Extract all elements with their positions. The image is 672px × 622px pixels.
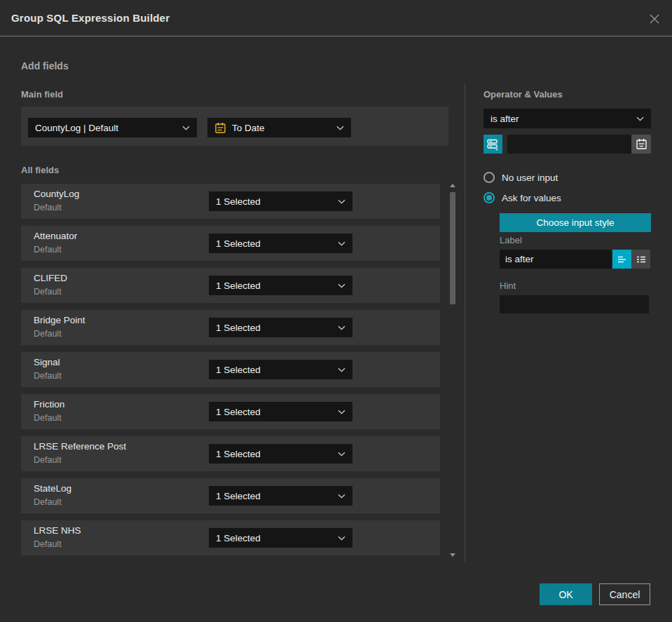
- field-name: StateLog: [34, 483, 71, 494]
- list-scrollbar[interactable]: [448, 181, 458, 560]
- field-row: CLIFED Default 1 Selected: [21, 268, 440, 303]
- field-selected-value: 1 Selected: [216, 491, 261, 501]
- field-selected-value: 1 Selected: [216, 533, 261, 543]
- field-subtitle: Default: [34, 371, 62, 381]
- scroll-down-arrow-icon[interactable]: [450, 553, 455, 557]
- field-name: Signal: [34, 357, 60, 367]
- chevron-down-icon: [338, 452, 345, 457]
- chevron-down-icon: [182, 126, 190, 130]
- chevron-down-icon: [336, 126, 344, 130]
- date-field-select-value: To Date: [232, 123, 265, 133]
- field-selected-dropdown[interactable]: 1 Selected: [209, 318, 352, 337]
- chevron-down-icon: [338, 283, 345, 288]
- chevron-down-icon: [338, 494, 345, 499]
- close-icon[interactable]: [647, 11, 662, 27]
- all-fields-label: All fields: [21, 165, 59, 175]
- operator-select-value: is after: [491, 114, 519, 124]
- column-divider: [465, 84, 465, 562]
- field-subtitle: Default: [34, 203, 62, 212]
- main-field-select-value: CountyLog | Default: [35, 123, 118, 133]
- field-row: Signal Default 1 Selected: [21, 352, 440, 387]
- field-row: Friction Default 1 Selected: [21, 394, 440, 429]
- field-subtitle: Default: [34, 455, 62, 465]
- field-name: LRSE Reference Post: [34, 441, 126, 452]
- field-selected-dropdown[interactable]: 1 Selected: [209, 444, 352, 464]
- value-input[interactable]: [507, 135, 631, 154]
- field-selected-dropdown[interactable]: 1 Selected: [209, 276, 352, 295]
- add-fields-heading: Add fields: [21, 60, 69, 72]
- list-input-style-icon[interactable]: [631, 250, 650, 269]
- dialog-header: Group SQL Expression Builder: [0, 0, 672, 36]
- choose-input-style-button[interactable]: Choose input style: [500, 213, 651, 232]
- ask-for-values-label: Ask for values: [502, 193, 561, 203]
- field-selected-dropdown[interactable]: 1 Selected: [209, 402, 352, 421]
- hint-input[interactable]: [500, 295, 649, 313]
- field-row: StateLog Default 1 Selected: [21, 478, 440, 513]
- field-row: LRSE NHS Default 1 Selected: [21, 520, 440, 555]
- field-selected-dropdown[interactable]: 1 Selected: [209, 360, 352, 379]
- field-name: CountyLog: [34, 189, 79, 199]
- field-name: CLIFED: [34, 273, 67, 283]
- operator-select[interactable]: is after: [484, 109, 651, 128]
- radio-checked-icon: [484, 192, 495, 203]
- field-selected-value: 1 Selected: [216, 280, 261, 291]
- label-input[interactable]: [500, 250, 612, 269]
- date-field-select[interactable]: To Date: [207, 118, 351, 137]
- chevron-down-icon: [338, 410, 345, 414]
- group-sql-expression-builder-dialog: Group SQL Expression Builder Add fields …: [0, 0, 672, 622]
- field-selected-value: 1 Selected: [216, 365, 261, 375]
- chevron-down-icon: [338, 325, 345, 330]
- scroll-up-arrow-icon[interactable]: [450, 184, 455, 187]
- chevron-down-icon: [636, 116, 644, 121]
- no-user-input-radio[interactable]: No user input: [484, 172, 558, 183]
- dialog-title: Group SQL Expression Builder: [11, 12, 170, 24]
- calendar-picker-icon[interactable]: [631, 135, 651, 154]
- radio-icon: [484, 172, 495, 183]
- label-caption: Label: [500, 235, 522, 245]
- no-user-input-label: No user input: [502, 173, 558, 183]
- field-subtitle: Default: [34, 497, 62, 507]
- chevron-down-icon: [338, 199, 345, 204]
- single-input-style-icon[interactable]: [612, 250, 631, 269]
- field-subtitle: Default: [34, 329, 62, 339]
- field-row: LRSE Reference Post Default 1 Selected: [21, 436, 440, 471]
- field-name: Attenuator: [34, 231, 77, 241]
- field-selected-value: 1 Selected: [216, 407, 261, 417]
- field-name: Friction: [34, 399, 64, 410]
- main-field-select[interactable]: CountyLog | Default: [28, 118, 197, 137]
- field-row: CountyLog Default 1 Selected: [21, 184, 440, 219]
- field-row: Bridge Point Default 1 Selected: [21, 310, 440, 345]
- field-subtitle: Default: [34, 539, 62, 549]
- field-subtitle: Default: [34, 413, 62, 423]
- calendar-icon: [214, 122, 226, 134]
- operator-values-heading: Operator & Values: [484, 89, 563, 100]
- chevron-down-icon: [338, 536, 345, 541]
- field-selected-dropdown[interactable]: 1 Selected: [209, 234, 352, 253]
- field-selected-value: 1 Selected: [216, 196, 261, 207]
- field-row: Attenuator Default 1 Selected: [21, 226, 440, 261]
- field-selected-value: 1 Selected: [216, 238, 261, 249]
- field-subtitle: Default: [34, 245, 62, 255]
- main-field-label: Main field: [21, 89, 63, 100]
- field-selected-dropdown[interactable]: 1 Selected: [209, 191, 352, 211]
- ok-button[interactable]: OK: [540, 583, 592, 605]
- scrollbar-thumb[interactable]: [450, 192, 455, 304]
- field-selected-value: 1 Selected: [216, 449, 261, 459]
- field-selected-dropdown[interactable]: 1 Selected: [209, 528, 352, 548]
- field-name: LRSE NHS: [34, 525, 81, 536]
- chevron-down-icon: [338, 367, 345, 372]
- field-selected-dropdown[interactable]: 1 Selected: [209, 486, 352, 506]
- chevron-down-icon: [338, 241, 345, 246]
- field-name: Bridge Point: [34, 315, 85, 325]
- field-subtitle: Default: [34, 287, 62, 297]
- field-selected-value: 1 Selected: [216, 323, 261, 333]
- cancel-button[interactable]: Cancel: [599, 583, 650, 605]
- all-fields-list: CountyLog Default 1 Selected Attenuator …: [21, 184, 440, 555]
- hint-caption: Hint: [500, 280, 516, 291]
- ask-for-values-radio[interactable]: Ask for values: [484, 192, 561, 203]
- unique-values-icon[interactable]: [484, 135, 502, 154]
